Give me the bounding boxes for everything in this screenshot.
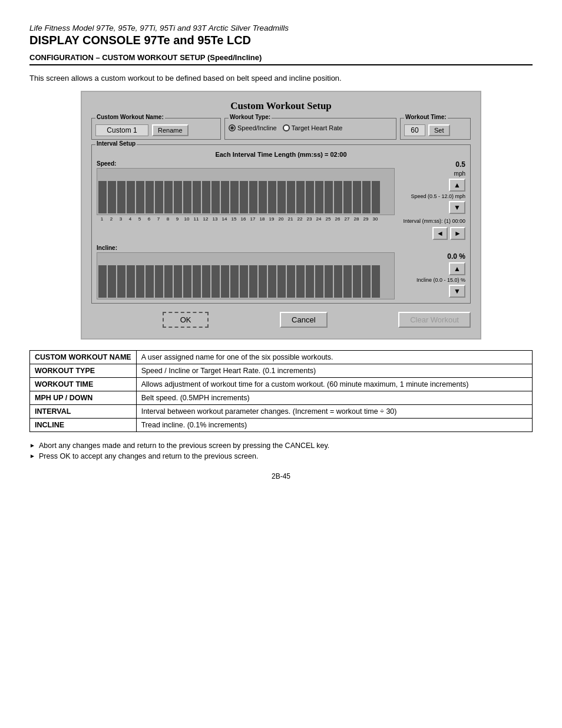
speed-bar[interactable]: [353, 181, 361, 213]
incline-bar[interactable]: [155, 265, 163, 298]
bar-number: 2: [107, 216, 115, 222]
incline-range-label: Incline (0.0 - 15.0) %: [416, 277, 465, 283]
speed-bar[interactable]: [249, 181, 257, 213]
speed-bar[interactable]: [306, 181, 314, 213]
bar-number: 8: [164, 216, 172, 222]
speed-bar[interactable]: [334, 181, 342, 213]
incline-bar[interactable]: [183, 265, 191, 298]
incline-bar[interactable]: [325, 265, 333, 298]
bar-numbers: 1234567891011121314151617181920212223242…: [97, 216, 395, 222]
speed-bar[interactable]: [277, 181, 286, 213]
bar-number: 24: [315, 216, 323, 222]
incline-bar[interactable]: [193, 265, 201, 298]
interval-prev-button[interactable]: ◄: [432, 227, 448, 240]
bar-number: 15: [230, 216, 238, 222]
bar-number: 12: [201, 216, 210, 222]
speed-bar[interactable]: [230, 181, 239, 213]
incline-down-button[interactable]: ▼: [449, 285, 465, 298]
incline-bar[interactable]: [362, 265, 371, 298]
bar-number: 1: [98, 216, 106, 222]
target-heart-rate-radio[interactable]: [283, 124, 290, 131]
incline-bar[interactable]: [174, 265, 182, 298]
speed-bar[interactable]: [183, 181, 191, 213]
speed-up-button[interactable]: ▲: [449, 179, 465, 192]
incline-up-button[interactable]: ▲: [449, 262, 465, 275]
speed-bar[interactable]: [296, 181, 305, 213]
speed-incline-option[interactable]: Speed/Incline: [229, 124, 277, 131]
speed-bar[interactable]: [98, 181, 107, 213]
speed-bar[interactable]: [268, 181, 276, 213]
speed-bars: [97, 168, 395, 215]
target-heart-rate-option[interactable]: Target Heart Rate: [283, 124, 343, 131]
speed-bar[interactable]: [108, 181, 116, 213]
incline-bar[interactable]: [306, 265, 314, 298]
incline-bar[interactable]: [240, 265, 248, 298]
table-definition: Allows adjustment of workout time for a …: [136, 378, 532, 391]
incline-bar[interactable]: [136, 265, 144, 298]
table-definition: Interval between workout parameter chang…: [136, 405, 532, 419]
speed-bar[interactable]: [146, 181, 154, 213]
speed-bar[interactable]: [202, 181, 210, 213]
clear-workout-button[interactable]: Clear Workout: [398, 312, 471, 328]
ok-button[interactable]: OK: [163, 312, 209, 328]
speed-bar[interactable]: [287, 181, 295, 213]
incline-bar[interactable]: [146, 265, 154, 298]
speed-bar[interactable]: [193, 181, 201, 213]
speed-bar[interactable]: [117, 181, 125, 213]
speed-bar[interactable]: [372, 181, 380, 213]
speed-bar[interactable]: [362, 181, 371, 213]
incline-bar[interactable]: [127, 265, 135, 298]
incline-bar[interactable]: [296, 265, 305, 298]
incline-bar[interactable]: [221, 265, 229, 298]
incline-bar[interactable]: [315, 265, 323, 298]
incline-bar[interactable]: [277, 265, 286, 298]
speed-bar[interactable]: [211, 181, 220, 213]
incline-bar[interactable]: [117, 265, 125, 298]
speed-bar[interactable]: [136, 181, 144, 213]
interval-setup-label: Interval Setup: [95, 140, 137, 147]
incline-bar[interactable]: [164, 265, 173, 298]
incline-bar[interactable]: [98, 265, 107, 298]
incline-controls: 0.0 % ▲ Incline (0.0 - 15.0) % ▼: [395, 252, 465, 299]
incline-bar[interactable]: [353, 265, 361, 298]
workout-name-section: Custom Workout Name: Custom 1 Rename: [91, 118, 221, 140]
table-definition: Speed / Incline or Target Heart Rate. (0…: [136, 364, 532, 378]
bar-number: 28: [352, 216, 361, 222]
incline-bar[interactable]: [230, 265, 239, 298]
incline-bar[interactable]: [202, 265, 210, 298]
speed-bar[interactable]: [127, 181, 135, 213]
incline-bar[interactable]: [372, 265, 380, 298]
intro-text: This screen allows a custom workout to b…: [29, 74, 533, 83]
speed-bar[interactable]: [325, 181, 333, 213]
incline-bar[interactable]: [211, 265, 220, 298]
bullets-list: Abort any changes made and return to the…: [29, 442, 533, 460]
interval-nav-row: Interval (mm:ss): (1) 00:00: [403, 218, 465, 224]
incline-bar[interactable]: [268, 265, 276, 298]
speed-bar[interactable]: [343, 181, 352, 213]
interval-next-button[interactable]: ►: [450, 227, 465, 240]
speed-bar[interactable]: [164, 181, 173, 213]
set-button[interactable]: Set: [428, 124, 450, 136]
incline-bar[interactable]: [287, 265, 295, 298]
speed-bar[interactable]: [174, 181, 182, 213]
speed-bar[interactable]: [240, 181, 248, 213]
speed-bar[interactable]: [315, 181, 323, 213]
speed-bar[interactable]: [155, 181, 163, 213]
speed-down-button[interactable]: ▼: [449, 201, 465, 214]
speed-value-display: 0.5: [455, 160, 465, 169]
incline-bar[interactable]: [343, 265, 352, 298]
interval-header: Each Interval Time Length (mm:ss) = 02:0…: [97, 151, 465, 158]
incline-bar[interactable]: [334, 265, 342, 298]
incline-bar[interactable]: [249, 265, 257, 298]
rename-button[interactable]: Rename: [152, 124, 189, 136]
bar-number: 18: [258, 216, 266, 222]
page-number: 2B-45: [29, 472, 533, 480]
speed-bar[interactable]: [259, 181, 267, 213]
speed-incline-radio[interactable]: [229, 124, 236, 131]
incline-bar[interactable]: [108, 265, 116, 298]
speed-controls: 0.5 mph ▲ Speed (0.5 - 12.0) mph ▼ Inter…: [395, 160, 465, 240]
cancel-button[interactable]: Cancel: [280, 312, 327, 328]
radio-row: Speed/Incline Target Heart Rate: [229, 124, 392, 131]
incline-bar[interactable]: [259, 265, 267, 298]
speed-bar[interactable]: [221, 181, 229, 213]
